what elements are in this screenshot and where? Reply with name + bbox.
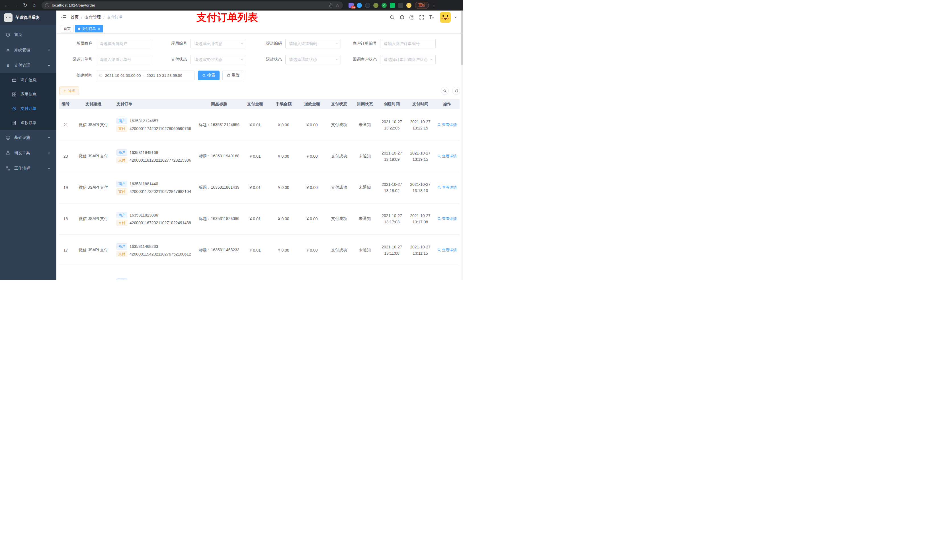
view-detail-link[interactable]: 查看详情: [437, 154, 457, 159]
channel-order-no-input[interactable]: [96, 54, 151, 64]
search-icon[interactable]: [390, 15, 395, 20]
sidebar-item-system[interactable]: 系统管理: [0, 42, 56, 58]
pay-time: 2021-10-2713:22:15: [406, 109, 434, 140]
merchant-order-no: 1635311881440: [130, 181, 158, 186]
col-amount: 支付金额: [241, 99, 269, 109]
app-select: [191, 39, 246, 48]
date-range-picker[interactable]: 2021-10-01 00:00:00 - 2021-10-31 23:59:5…: [96, 71, 195, 80]
pay-tag: 支付: [117, 157, 127, 163]
fullscreen-icon[interactable]: [419, 15, 424, 20]
sidebar-item-payment[interactable]: ¥ 支付管理: [0, 58, 56, 73]
home-icon[interactable]: ⌂: [30, 2, 38, 9]
tab-pay-order[interactable]: 支付订单 ×: [75, 25, 103, 32]
app-select-input[interactable]: [191, 39, 246, 48]
notify-status-input[interactable]: [380, 54, 436, 64]
browser-update-button[interactable]: 更新: [415, 2, 429, 9]
extension-chat-icon[interactable]: [390, 3, 395, 8]
filter-label: 渠道编码: [249, 41, 285, 46]
extension-puzzle-icon[interactable]: 10: [348, 3, 354, 8]
reload-icon[interactable]: ↻: [21, 2, 29, 9]
pay-channel: 微信 JSAPI 支付: [72, 140, 115, 172]
merchant-order-no: 1635311949168: [130, 150, 158, 155]
share-icon[interactable]: [328, 3, 333, 8]
refresh-table-button[interactable]: [452, 87, 460, 95]
extension-globe-icon[interactable]: [365, 3, 370, 8]
sidebar-item-refund-order[interactable]: 退款订单: [0, 116, 56, 130]
refund-amount: ¥ 0.00: [298, 234, 326, 266]
reset-button[interactable]: 重置: [222, 71, 244, 80]
menu-label: 研发工具: [14, 151, 30, 155]
search-button-label: 搜索: [207, 73, 215, 78]
create-time: 2021-10-2713:17:03: [378, 203, 406, 234]
filter-label: 回调商户状态: [344, 57, 380, 62]
tab-home[interactable]: 首页: [61, 25, 73, 32]
bookmark-star-icon[interactable]: ☆: [336, 3, 339, 8]
create-time: 2021-10-2713:22:05: [378, 109, 406, 140]
merchant-order-no-input[interactable]: [380, 39, 436, 48]
notify-status: 未通知: [352, 109, 378, 140]
search-button[interactable]: 搜索: [198, 71, 219, 80]
table-header-row: 编号 支付渠道 支付订单 商品标题 支付金额 手续金额 退款金额 支付状态 回调…: [59, 99, 460, 109]
view-detail-link[interactable]: 查看详情: [437, 122, 457, 127]
font-size-icon[interactable]: TT: [429, 15, 434, 20]
export-button[interactable]: 导出: [59, 86, 79, 95]
back-icon[interactable]: ←: [3, 2, 11, 9]
app-logo[interactable]: 芋道管理系统: [0, 11, 56, 25]
pay-status-input[interactable]: [191, 54, 246, 64]
refund-amount: [298, 266, 326, 280]
lock-icon: [6, 151, 10, 155]
sidebar-fold-icon[interactable]: [61, 15, 67, 20]
channel-transaction-no: 4200001173202110272847982104: [130, 189, 191, 194]
view-detail-link[interactable]: 查看详情: [437, 185, 457, 190]
browser-menu-icon[interactable]: ⋮: [430, 3, 438, 8]
filter-item-channel-code: 渠道编码: [249, 39, 344, 48]
sidebar-item-home[interactable]: 首页: [0, 27, 56, 42]
chevron-down-icon[interactable]: [454, 16, 457, 19]
sidebar-item-pay-order[interactable]: 支付订单: [0, 101, 56, 116]
sidebar-item-infrastructure[interactable]: 基础设施: [0, 130, 56, 145]
address-bar[interactable]: i localhost:1024/pay/order ☆: [42, 2, 343, 9]
pay-order-cell: 商户1635311468233 支付4200001194202110276752…: [115, 234, 197, 266]
table-row: 19 微信 JSAPI 支付 商户1635311881440 支付4200001…: [59, 172, 460, 203]
pay-status: 支付成功: [326, 234, 352, 266]
help-icon[interactable]: ?: [410, 15, 414, 20]
extension-emoji-icon[interactable]: [406, 3, 412, 8]
gear-icon: [6, 48, 10, 52]
site-info-icon[interactable]: i: [45, 3, 49, 8]
sidebar-item-app-info[interactable]: 应用信息: [0, 88, 56, 101]
extension-pin-icon[interactable]: [398, 3, 403, 8]
fee-amount: ¥ 0.00: [269, 109, 298, 140]
close-icon[interactable]: ×: [98, 27, 100, 31]
view-detail-label: 查看详情: [442, 248, 457, 253]
fee-amount: ¥ 0.00: [269, 140, 298, 172]
sidebar-item-workflow[interactable]: 工作流程: [0, 161, 56, 176]
forward-icon[interactable]: →: [12, 2, 20, 9]
extensions-cluster: 10 ✓: [346, 3, 414, 8]
pay-status: [326, 266, 352, 280]
extension-check-icon[interactable]: ✓: [381, 3, 387, 8]
view-detail-label: 查看详情: [442, 122, 457, 127]
toggle-search-button[interactable]: [441, 87, 449, 95]
pay-amount: ¥ 0.01: [241, 172, 269, 203]
github-icon[interactable]: [399, 15, 405, 20]
breadcrumb-home[interactable]: 首页: [71, 15, 79, 20]
fee-amount: ¥ 0.00: [269, 203, 298, 234]
product-title: 标题：1635311823086: [197, 203, 241, 234]
view-detail-link[interactable]: 查看详情: [437, 248, 457, 253]
filter-label: 应用编号: [154, 41, 191, 46]
sidebar-item-dev-tools[interactable]: 研发工具: [0, 145, 56, 161]
merchant-select-input[interactable]: [96, 39, 151, 48]
pay-tag: 支付: [117, 220, 127, 226]
breadcrumb-pay-management[interactable]: 支付管理: [85, 15, 101, 20]
view-detail-link[interactable]: 查看详情: [437, 216, 457, 221]
channel-code-input[interactable]: [285, 39, 341, 48]
date-start: 2021-10-01 00:00:00: [105, 73, 141, 78]
avatar[interactable]: [440, 12, 451, 23]
refresh-icon: [227, 74, 230, 77]
extension-circle-icon[interactable]: [373, 3, 378, 8]
scrollbar-thumb[interactable]: [461, 11, 463, 65]
refund-status-input[interactable]: [285, 54, 341, 64]
sidebar-item-merchant-info[interactable]: 商户信息: [0, 73, 56, 88]
date-end: 2021-10-31 23:59:59: [147, 73, 182, 78]
extension-drop-icon[interactable]: [357, 3, 362, 8]
